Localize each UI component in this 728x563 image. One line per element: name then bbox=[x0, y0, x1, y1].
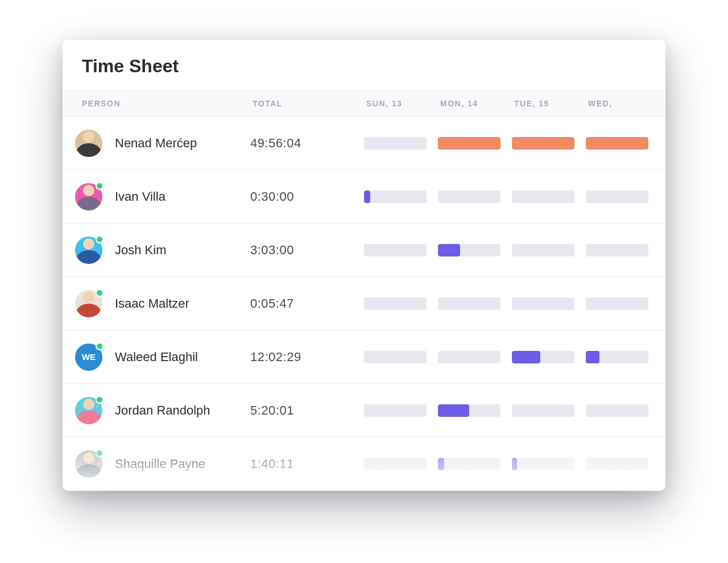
person-cell[interactable]: Shaquille Payne bbox=[63, 450, 250, 478]
day-cell[interactable] bbox=[438, 137, 512, 150]
time-bar-fill bbox=[438, 404, 469, 417]
day-cell[interactable] bbox=[586, 137, 660, 150]
person-cell[interactable]: WEWaleed Elaghil bbox=[63, 343, 250, 371]
person-cell[interactable]: Jordan Randolph bbox=[63, 397, 250, 424]
day-cell[interactable] bbox=[364, 458, 438, 470]
day-cell[interactable] bbox=[364, 351, 438, 363]
person-cell[interactable]: Nenad Merćep bbox=[63, 130, 250, 157]
day-cell[interactable] bbox=[364, 137, 438, 150]
person-name: Isaac Maltzer bbox=[115, 296, 189, 311]
time-bar bbox=[586, 351, 648, 363]
total-time: 0:30:00 bbox=[250, 189, 364, 204]
day-cell[interactable] bbox=[364, 404, 438, 417]
col-person[interactable]: PERSON bbox=[63, 99, 250, 108]
day-cell[interactable] bbox=[512, 244, 586, 256]
avatar[interactable] bbox=[75, 130, 102, 157]
day-cell[interactable] bbox=[586, 244, 660, 256]
person-name: Ivan Villa bbox=[115, 189, 166, 204]
time-bar bbox=[364, 137, 427, 150]
day-cell[interactable] bbox=[586, 404, 660, 417]
avatar[interactable] bbox=[75, 450, 102, 478]
avatar[interactable]: WE bbox=[75, 343, 102, 371]
time-bar bbox=[512, 244, 574, 256]
table-body: Nenad Merćep49:56:04Ivan Villa0:30:00Jos… bbox=[63, 117, 665, 491]
time-bar-fill bbox=[364, 191, 370, 203]
table-row[interactable]: Ivan Villa0:30:00 bbox=[63, 170, 665, 223]
day-cell[interactable] bbox=[512, 191, 586, 203]
time-bar bbox=[586, 244, 648, 256]
day-cell[interactable] bbox=[364, 191, 438, 203]
day-cell[interactable] bbox=[438, 297, 512, 310]
day-cell[interactable] bbox=[438, 351, 512, 363]
avatar[interactable] bbox=[75, 237, 102, 264]
total-time: 49:56:04 bbox=[250, 136, 364, 151]
time-bar bbox=[512, 458, 574, 470]
day-cell[interactable] bbox=[512, 351, 586, 363]
time-bar bbox=[438, 244, 500, 256]
time-bar bbox=[586, 191, 648, 203]
person-name: Josh Kim bbox=[115, 243, 166, 258]
presence-indicator-icon bbox=[96, 449, 104, 457]
day-cell[interactable] bbox=[438, 404, 512, 417]
presence-indicator-icon bbox=[96, 289, 104, 297]
day-cell[interactable] bbox=[364, 297, 438, 310]
time-bar-fill bbox=[438, 458, 444, 470]
person-name: Jordan Randolph bbox=[115, 403, 210, 418]
day-cell[interactable] bbox=[512, 297, 586, 310]
avatar[interactable] bbox=[75, 183, 102, 210]
time-bar-fill bbox=[438, 244, 460, 256]
person-cell[interactable]: Isaac Maltzer bbox=[63, 290, 250, 317]
day-cell[interactable] bbox=[364, 244, 438, 256]
col-day-0[interactable]: SUN, 13 bbox=[364, 99, 438, 108]
time-bar bbox=[586, 404, 648, 417]
time-bar bbox=[512, 191, 574, 203]
total-time: 3:03:00 bbox=[250, 243, 364, 258]
table-row[interactable]: Jordan Randolph5:20:01 bbox=[63, 384, 665, 437]
page-title: Time Sheet bbox=[63, 40, 665, 90]
col-day-2[interactable]: TUE, 15 bbox=[512, 99, 586, 108]
time-bar bbox=[438, 191, 500, 203]
avatar[interactable] bbox=[75, 290, 102, 317]
col-day-1[interactable]: MON, 14 bbox=[438, 99, 512, 108]
timesheet-card: Time Sheet PERSON TOTAL SUN, 13 MON, 14 … bbox=[63, 40, 665, 491]
col-day-3[interactable]: WED, bbox=[586, 99, 660, 108]
time-bar-fill bbox=[586, 137, 648, 150]
table-row[interactable]: Shaquille Payne1:40:11 bbox=[63, 437, 665, 491]
time-bar bbox=[438, 404, 500, 417]
table-row[interactable]: Isaac Maltzer0:05:47 bbox=[63, 277, 665, 330]
table-row[interactable]: Josh Kim3:03:00 bbox=[63, 223, 665, 277]
col-total[interactable]: TOTAL bbox=[250, 99, 364, 108]
time-bar-fill bbox=[512, 458, 517, 470]
person-cell[interactable]: Ivan Villa bbox=[63, 183, 250, 210]
time-bar bbox=[586, 137, 648, 150]
table-row[interactable]: WEWaleed Elaghil12:02:29 bbox=[63, 330, 665, 384]
time-bar bbox=[438, 458, 500, 470]
presence-indicator-icon bbox=[96, 235, 104, 243]
time-bar bbox=[512, 404, 574, 417]
presence-indicator-icon bbox=[96, 396, 104, 404]
time-bar bbox=[364, 458, 427, 470]
day-cell[interactable] bbox=[512, 404, 586, 417]
avatar[interactable] bbox=[75, 397, 102, 424]
day-cell[interactable] bbox=[512, 458, 586, 470]
day-cell[interactable] bbox=[438, 191, 512, 203]
day-cell[interactable] bbox=[512, 137, 586, 150]
time-bar-fill bbox=[438, 137, 500, 150]
day-cell[interactable] bbox=[586, 297, 660, 310]
person-cell[interactable]: Josh Kim bbox=[63, 237, 250, 264]
person-name: Nenad Merćep bbox=[115, 136, 197, 151]
time-bar-fill bbox=[512, 351, 540, 363]
time-bar bbox=[438, 137, 500, 150]
table-row[interactable]: Nenad Merćep49:56:04 bbox=[63, 117, 665, 170]
day-cell[interactable] bbox=[586, 458, 660, 470]
time-bar bbox=[364, 244, 427, 256]
time-bar bbox=[586, 297, 648, 310]
time-bar bbox=[364, 404, 427, 417]
day-cell[interactable] bbox=[586, 351, 660, 363]
person-name: Shaquille Payne bbox=[115, 457, 205, 471]
day-cell[interactable] bbox=[438, 244, 512, 256]
day-cell[interactable] bbox=[438, 458, 512, 470]
time-bar-fill bbox=[512, 137, 574, 150]
day-cell[interactable] bbox=[586, 191, 660, 203]
person-name: Waleed Elaghil bbox=[115, 350, 198, 365]
